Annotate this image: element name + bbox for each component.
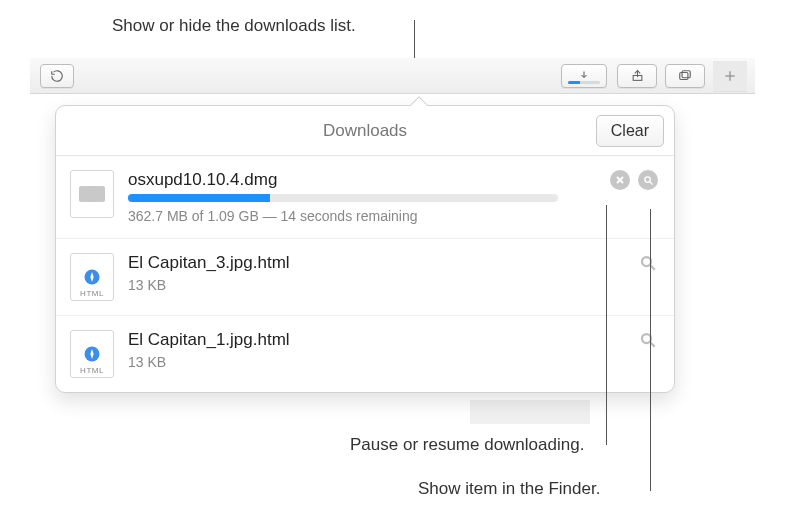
clear-button[interactable]: Clear bbox=[596, 115, 664, 147]
download-status: 13 KB bbox=[128, 354, 656, 370]
new-tab-button[interactable] bbox=[713, 61, 747, 91]
reload-button[interactable] bbox=[40, 64, 74, 88]
callout-toggle-downloads: Show or hide the downloads list. bbox=[112, 16, 356, 36]
tabs-icon bbox=[677, 69, 693, 83]
download-status: 362.7 MB of 1.09 GB — 14 seconds remaini… bbox=[128, 208, 656, 224]
plus-icon bbox=[723, 69, 737, 83]
download-progress-bar bbox=[128, 194, 558, 202]
safari-compass-icon bbox=[82, 267, 102, 287]
download-arrow-icon bbox=[578, 70, 590, 82]
download-info: El Capitan_1.jpg.html 13 KB bbox=[128, 330, 656, 370]
download-info: osxupd10.10.4.dmg 362.7 MB of 1.09 GB — … bbox=[128, 170, 656, 224]
clear-button-label: Clear bbox=[611, 122, 649, 140]
svg-rect-2 bbox=[682, 70, 690, 77]
callout-text: Show item in the Finder. bbox=[418, 479, 600, 499]
callout-leader-line bbox=[650, 209, 651, 491]
download-item: HTML El Capitan_1.jpg.html 13 KB bbox=[56, 316, 674, 392]
share-button[interactable] bbox=[617, 64, 657, 88]
browser-toolbar bbox=[30, 58, 755, 94]
download-item: osxupd10.10.4.dmg 362.7 MB of 1.09 GB — … bbox=[56, 156, 674, 239]
downloads-mini-progress bbox=[568, 81, 600, 84]
download-progress-fill bbox=[128, 194, 270, 202]
magnifier-icon bbox=[639, 254, 657, 272]
svg-rect-1 bbox=[680, 72, 688, 79]
reveal-in-finder-button[interactable] bbox=[638, 170, 658, 190]
callout-reveal-finder: Show item in the Finder. bbox=[418, 479, 600, 499]
share-icon bbox=[631, 68, 644, 83]
close-x-icon bbox=[615, 175, 625, 185]
callout-text: Show or hide the downloads list. bbox=[112, 16, 356, 36]
magnifier-icon bbox=[643, 175, 654, 186]
safari-compass-icon bbox=[82, 344, 102, 364]
callout-text: Pause or resume downloading. bbox=[350, 435, 584, 455]
reload-icon bbox=[50, 69, 64, 83]
download-filename: El Capitan_3.jpg.html bbox=[128, 253, 656, 273]
svg-line-8 bbox=[649, 181, 652, 184]
reveal-in-finder-button[interactable] bbox=[638, 253, 658, 273]
download-item: HTML El Capitan_3.jpg.html 13 KB bbox=[56, 239, 674, 316]
file-icon-dmg bbox=[70, 170, 114, 218]
popover-title: Downloads bbox=[323, 121, 407, 141]
callout-leader-line bbox=[606, 205, 607, 445]
download-status: 13 KB bbox=[128, 277, 656, 293]
svg-point-7 bbox=[644, 176, 650, 182]
file-type-badge: HTML bbox=[71, 366, 113, 375]
reveal-in-finder-button[interactable] bbox=[638, 330, 658, 350]
popover-header: Downloads Clear bbox=[56, 106, 674, 156]
background-block bbox=[470, 400, 590, 424]
file-type-badge: HTML bbox=[71, 289, 113, 298]
downloads-popover: Downloads Clear osxupd10.10.4.dmg 362.7 … bbox=[55, 105, 675, 393]
popover-arrow bbox=[408, 96, 428, 106]
download-filename: osxupd10.10.4.dmg bbox=[128, 170, 656, 190]
downloads-button[interactable] bbox=[561, 64, 607, 88]
file-icon-html: HTML bbox=[70, 330, 114, 378]
download-filename: El Capitan_1.jpg.html bbox=[128, 330, 656, 350]
callout-pause-resume: Pause or resume downloading. bbox=[350, 435, 584, 455]
callout-leader-line bbox=[414, 20, 415, 60]
magnifier-icon bbox=[639, 331, 657, 349]
pause-download-button[interactable] bbox=[610, 170, 630, 190]
file-icon-html: HTML bbox=[70, 253, 114, 301]
show-tabs-button[interactable] bbox=[665, 64, 705, 88]
download-info: El Capitan_3.jpg.html 13 KB bbox=[128, 253, 656, 293]
